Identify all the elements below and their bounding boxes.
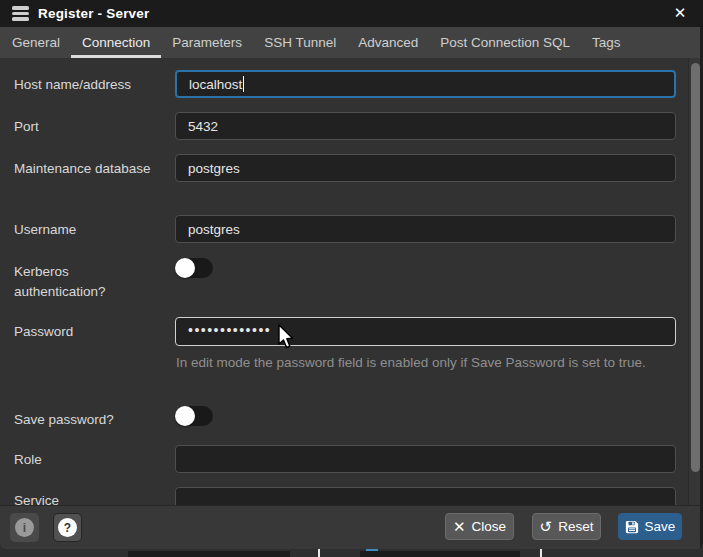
save-password-toggle[interactable] — [175, 406, 213, 426]
tab-general[interactable]: General — [1, 27, 71, 58]
port-input[interactable]: 5432 — [175, 112, 676, 140]
role-input[interactable] — [175, 445, 676, 473]
connection-form: Host name/address localhost Port 5432 Ma… — [0, 58, 700, 505]
password-input[interactable]: ••••••••••••• — [175, 317, 676, 346]
tab-parameters[interactable]: Parameters — [161, 27, 253, 58]
dialog-titlebar[interactable]: Register - Server ✕ — [0, 0, 703, 27]
username-input[interactable]: postgres — [175, 215, 676, 243]
host-input[interactable]: localhost — [175, 70, 676, 98]
save-password-label: Save password? — [14, 410, 174, 430]
service-input[interactable] — [175, 487, 676, 505]
server-icon — [12, 6, 29, 21]
tab-ssh-tunnel[interactable]: SSH Tunnel — [253, 27, 347, 58]
text-caret — [243, 76, 244, 92]
scrollbar-thumb[interactable] — [691, 63, 700, 472]
tab-advanced[interactable]: Advanced — [347, 27, 429, 58]
dialog-tabbar: General Connection Parameters SSH Tunnel… — [0, 27, 703, 58]
maintenance-db-input[interactable]: postgres — [175, 154, 676, 182]
dialog-footer: i ? ✕ Close ↺ Reset — [0, 505, 703, 549]
underlying-app-bottom-strip — [0, 549, 703, 557]
kerberos-label: Kerberos authentication? — [14, 262, 154, 302]
role-label: Role — [14, 450, 164, 470]
help-button[interactable]: ? — [53, 513, 82, 542]
close-button[interactable]: ✕ Close — [445, 513, 514, 540]
tab-post-connection-sql[interactable]: Post Connection SQL — [429, 27, 581, 58]
close-icon[interactable]: ✕ — [670, 3, 690, 23]
scrollbar-track[interactable] — [688, 58, 700, 505]
reset-button[interactable]: ↺ Reset — [532, 513, 601, 540]
username-label: Username — [14, 220, 164, 240]
maintenance-db-label: Maintenance database — [14, 159, 164, 179]
help-icon: ? — [58, 518, 77, 537]
password-helper-text: In edit mode the password field is enabl… — [176, 352, 681, 373]
info-icon: i — [15, 518, 34, 537]
register-server-dialog: Register - Server ✕ General Connection P… — [0, 0, 703, 549]
save-button[interactable]: Save — [618, 513, 682, 540]
dialog-title: Register - Server — [38, 6, 149, 21]
password-label: Password — [14, 322, 164, 342]
floppy-save-icon — [625, 520, 639, 534]
toggle-knob — [175, 258, 195, 278]
screen: Register - Server ✕ General Connection P… — [0, 0, 703, 557]
sql-info-button[interactable]: i — [10, 513, 39, 542]
host-label: Host name/address — [14, 75, 164, 95]
tab-tags[interactable]: Tags — [581, 27, 632, 58]
tab-connection[interactable]: Connection — [71, 27, 161, 58]
port-label: Port — [14, 117, 164, 137]
service-label: Service — [14, 491, 164, 505]
toggle-knob — [175, 406, 195, 426]
reset-undo-icon: ↺ — [540, 519, 553, 534]
close-x-icon: ✕ — [453, 519, 466, 534]
kerberos-toggle[interactable] — [175, 258, 213, 278]
